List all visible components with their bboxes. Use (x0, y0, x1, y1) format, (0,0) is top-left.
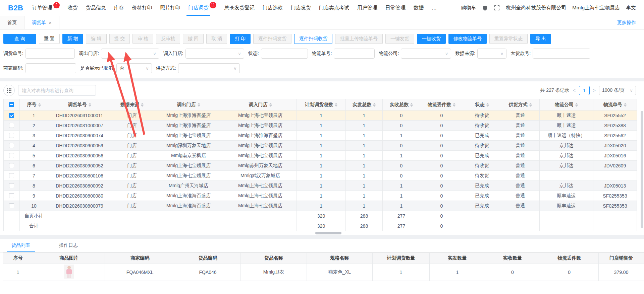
more-actions-link[interactable]: 更多操作 (617, 16, 636, 29)
sort-icon[interactable] (141, 103, 144, 107)
toolbar-button[interactable]: 新 增 (62, 34, 83, 44)
nav-item[interactable]: 货品信息 (86, 0, 106, 16)
filter-input[interactable] (533, 49, 590, 59)
filter-input[interactable] (334, 49, 375, 59)
row-checkbox[interactable] (9, 193, 14, 198)
filter-select[interactable]: ∨ (477, 49, 506, 59)
sort-icon[interactable] (198, 103, 200, 107)
table-row[interactable]: 10DHDD2026030800079门店Mmlg上海淮海百盛店Mmlg上海七宝… (4, 201, 637, 211)
row-checkbox[interactable] (9, 133, 14, 138)
toolbar-button[interactable]: 取 消 (206, 34, 227, 44)
nav-item[interactable]: 照片打印 (160, 0, 180, 16)
row-checkbox[interactable] (9, 143, 14, 148)
toolbar-button[interactable]: 一键发货 (385, 34, 414, 44)
table-row[interactable]: 7DHDD2026030800106门店Mmlg上海七宝领展店Mmlg武汉万象城… (4, 171, 637, 181)
nav-item[interactable]: 门店调货11 (189, 0, 216, 16)
column-header-source[interactable]: 数据来源 (111, 99, 153, 111)
sort-icon[interactable] (410, 103, 413, 107)
filter-select[interactable]: ∨ (185, 49, 244, 59)
sort-icon[interactable] (486, 103, 489, 107)
filter-select[interactable]: ∨ (101, 49, 159, 59)
user-name[interactable]: 李文 (626, 5, 636, 11)
column-header-sent[interactable]: 实发总数 (346, 99, 383, 111)
toolbar-button[interactable]: 重置异常状态 (489, 34, 528, 44)
nav-item[interactable]: 用户管理 (357, 0, 377, 16)
table-row[interactable]: 2DHDD2026031000007门店Mmlg上海淮海百盛店Mmlg上海七宝领… (4, 121, 637, 131)
toolbar-button[interactable]: 查 询 (3, 34, 36, 44)
vertical-scrollbar[interactable] (641, 111, 643, 228)
cart-link[interactable]: 购物车 (461, 5, 476, 11)
row-checkbox[interactable] (9, 123, 14, 128)
row-checkbox[interactable] (9, 153, 14, 158)
table-row[interactable]: 3DHDD2026030900074门店Mmlg上海七宝领展店Mmlg上海淮海百… (4, 131, 637, 141)
row-checkbox[interactable] (9, 183, 14, 188)
sort-icon[interactable] (38, 103, 41, 107)
nav-item[interactable]: 日常管理 (385, 0, 406, 16)
filter-input[interactable] (261, 49, 308, 59)
sort-icon[interactable] (529, 103, 532, 107)
sort-icon[interactable] (335, 103, 337, 107)
column-header-tracking[interactable]: 物流单号 (593, 99, 637, 111)
product-image[interactable] (64, 274, 74, 280)
select-all-checkbox[interactable] (9, 102, 14, 107)
toolbar-button[interactable]: 审 核 (132, 34, 153, 44)
page-size-select[interactable]: 1000 条/页 ∨ (599, 86, 636, 95)
row-checkbox[interactable] (9, 163, 14, 168)
prev-page-icon[interactable]: < (573, 88, 576, 93)
detail-tab[interactable]: 操作日志 (54, 242, 83, 252)
nav-item[interactable]: 门店卖点考试 (319, 0, 349, 16)
scrollbar-thumb[interactable] (315, 232, 341, 234)
column-header-seq[interactable]: 序号 (20, 99, 48, 111)
table-row[interactable]: 4DHDD2026030900059门店Mmlg深圳万象天地店Mmlg上海七宝领… (4, 141, 637, 151)
column-header-from_store[interactable]: 调出门店 (153, 99, 224, 111)
table-row[interactable]: 5DHDD2026030900056门店Mmlg南京景枫店Mmlg上海七宝领展店… (4, 151, 637, 161)
sort-icon[interactable] (89, 103, 91, 107)
nav-item[interactable]: 价签打印 (132, 0, 152, 16)
toolbar-button[interactable]: 一键收货 (417, 34, 446, 44)
sort-icon[interactable] (453, 103, 455, 107)
sort-icon[interactable] (624, 103, 627, 107)
row-checkbox[interactable] (9, 113, 14, 118)
toolbar-button[interactable]: 反审核 (156, 34, 180, 44)
column-header-received[interactable]: 实收总数 (383, 99, 420, 111)
toolbar-button[interactable]: 逐件扫码收货 (294, 34, 332, 44)
horizontal-scrollbar[interactable] (3, 231, 641, 235)
filter-input[interactable] (25, 63, 76, 73)
column-header-supply[interactable]: 供货方式 (501, 99, 540, 111)
nav-item[interactable]: 门店发货 (291, 0, 311, 16)
toolbar-button[interactable]: 打 印 (230, 34, 251, 44)
sort-icon[interactable] (269, 103, 272, 107)
sort-icon[interactable] (575, 103, 578, 107)
current-page[interactable]: 1 (579, 86, 590, 95)
detail-row[interactable]: 1FQA046MXLFQA046Mmlg卫衣燕麦色_XL1100379.00 (3, 264, 644, 281)
toolbar-button[interactable]: 撤 回 (183, 34, 204, 44)
nav-item[interactable]: 总仓发货登记 (224, 0, 255, 16)
table-row[interactable]: 9DHDD2026030800080门店Mmlg上海淮海百盛店Mmlg上海七宝领… (4, 191, 637, 201)
filter-select[interactable]: 否∨ (116, 63, 152, 73)
column-settings-button[interactable] (3, 85, 15, 96)
nav-item[interactable]: 收货 (68, 0, 78, 16)
filter-select[interactable]: ∨ (401, 49, 451, 59)
tab-transfer-order[interactable]: 调货单 × (24, 16, 59, 29)
nav-item[interactable]: … (432, 0, 437, 16)
detail-tab[interactable]: 货品列表 (7, 242, 35, 252)
toolbar-button[interactable]: 修改物流单号 (448, 34, 487, 44)
column-header-plan[interactable]: 计划调货总数 (297, 99, 346, 111)
filter-input[interactable] (25, 49, 75, 59)
table-search-input[interactable] (18, 85, 96, 96)
nav-item[interactable]: 订单管理2 (32, 0, 60, 16)
sort-icon[interactable] (373, 103, 376, 107)
column-header-lost[interactable]: 物流丢件数 (420, 99, 463, 111)
app-logo[interactable]: B2B (8, 4, 23, 12)
toolbar-button[interactable]: 导 出 (530, 34, 551, 44)
nav-item[interactable]: 门店选款 (263, 0, 283, 16)
column-header-order_no[interactable]: 调货单号 (48, 99, 111, 111)
table-row[interactable]: 6DHDD2026030900052门店Mmlg上海七宝领展店Mmlg苏州万象天… (4, 161, 637, 171)
toolbar-button[interactable]: 批量上传物流单号 (335, 34, 383, 44)
tab-home[interactable]: 首页 (0, 16, 24, 29)
close-icon[interactable]: × (49, 20, 52, 25)
shield-icon[interactable] (482, 5, 488, 11)
filter-select[interactable]: ∨ (178, 63, 240, 73)
table-row[interactable]: 8DHDD2026030800092门店Mmlg广州天河城店Mmlg上海七宝领展… (4, 181, 637, 191)
toolbar-button[interactable]: 重 置 (39, 34, 60, 44)
